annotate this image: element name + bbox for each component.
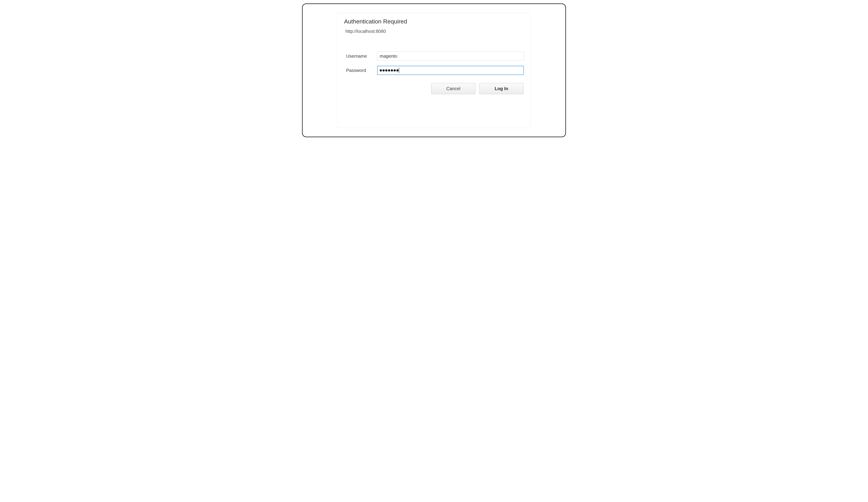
dialog-frame: Authentication Required http://localhost… (302, 3, 566, 137)
password-label: Password (344, 68, 377, 73)
button-row: Cancel Log In (344, 83, 524, 94)
username-input[interactable] (377, 51, 524, 61)
dialog-title: Authentication Required (344, 18, 524, 25)
password-dot-icon (388, 69, 390, 72)
password-dot-icon (391, 69, 393, 72)
password-input[interactable] (377, 66, 524, 75)
login-button[interactable]: Log In (479, 83, 524, 94)
cancel-button[interactable]: Cancel (431, 83, 475, 94)
password-dot-icon (382, 69, 385, 72)
password-dots (380, 69, 399, 72)
password-dot-icon (380, 69, 382, 72)
password-dot-icon (385, 69, 388, 72)
password-row: Password (344, 66, 524, 75)
username-label: Username (344, 53, 377, 59)
text-cursor-icon (399, 68, 399, 73)
password-dot-icon (396, 69, 399, 72)
dialog-url: http://localhost:8080 (345, 29, 524, 34)
password-dot-icon (394, 69, 396, 72)
username-row: Username (344, 51, 524, 61)
auth-dialog: Authentication Required http://localhost… (337, 13, 531, 128)
